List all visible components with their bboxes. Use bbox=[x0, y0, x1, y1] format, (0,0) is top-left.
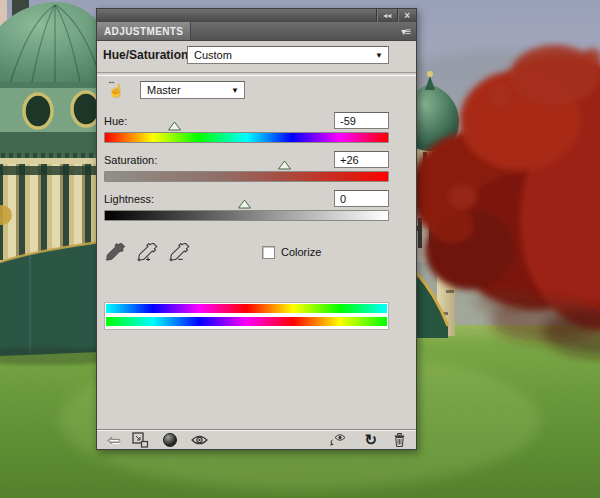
close-panel-button[interactable]: × bbox=[397, 9, 416, 22]
channel-value: Master bbox=[147, 84, 181, 96]
lightness-slider-handle[interactable] bbox=[238, 199, 251, 209]
lightness-slider-group: Lightness: bbox=[104, 189, 389, 229]
saturation-value-input[interactable] bbox=[334, 151, 389, 168]
panel-titlebar: ◂◂ × bbox=[97, 9, 416, 22]
lightness-gradient-bar[interactable] bbox=[104, 210, 389, 221]
saturation-slider-handle[interactable] bbox=[278, 160, 291, 170]
reset-button[interactable]: ↻ bbox=[364, 431, 377, 449]
trash-icon[interactable] bbox=[393, 431, 406, 449]
eyedropper-plus-icon[interactable]: + bbox=[136, 241, 160, 263]
lightness-label: Lightness: bbox=[104, 193, 154, 205]
saturation-slider-group: Saturation: bbox=[104, 150, 389, 190]
spectrum-after-bar bbox=[106, 317, 387, 326]
panel-content: Hue/Saturation Custom ▼ ↔ ☝ Master ▼ Hue… bbox=[97, 41, 416, 449]
clip-to-layer-button[interactable] bbox=[132, 431, 149, 449]
pointing-hand-icon: ☝ bbox=[108, 83, 124, 98]
colorize-checkbox[interactable] bbox=[262, 246, 275, 259]
view-previous-state-button[interactable] bbox=[328, 431, 348, 449]
adjustments-panel: ◂◂ × ADJUSTMENTS ▾≡ Hue/Saturation Custo… bbox=[96, 8, 417, 450]
hue-label: Hue: bbox=[104, 115, 127, 127]
colorize-label: Colorize bbox=[281, 246, 321, 258]
hue-slider-group: Hue: bbox=[104, 111, 389, 151]
chevron-down-icon: ▼ bbox=[375, 51, 383, 60]
eyedropper-minus-icon[interactable]: − bbox=[168, 241, 192, 263]
targeted-adjustment-tool-icon[interactable]: ↔ ☝ bbox=[104, 79, 130, 101]
hue-gradient-bar[interactable] bbox=[104, 132, 389, 143]
panel-bottom-toolbar: ⇦ ↻ bbox=[97, 429, 416, 450]
svg-text:+: + bbox=[146, 255, 151, 263]
saturation-gradient-bar[interactable] bbox=[104, 171, 389, 182]
spectrum-before-bar bbox=[106, 304, 387, 313]
menu-lines-icon: ≡ bbox=[405, 26, 410, 37]
hue-spectrum-display bbox=[104, 302, 389, 330]
divider bbox=[97, 72, 416, 76]
layer-visibility-toggle-button[interactable] bbox=[163, 433, 177, 447]
svg-text:−: − bbox=[178, 254, 183, 263]
eyedropper-icon[interactable] bbox=[104, 241, 128, 263]
channel-dropdown[interactable]: Master ▼ bbox=[140, 81, 245, 99]
panel-menu-icon[interactable]: ▾≡ bbox=[401, 22, 416, 40]
preset-value: Custom bbox=[194, 49, 232, 61]
lightness-value-input[interactable] bbox=[334, 190, 389, 207]
chevron-down-icon: ▼ bbox=[231, 86, 239, 95]
collapse-to-icons-button[interactable]: ◂◂ bbox=[376, 9, 397, 22]
preset-dropdown[interactable]: Custom ▼ bbox=[187, 46, 389, 64]
return-to-adjustment-list-button[interactable]: ⇦ bbox=[107, 431, 120, 449]
hue-value-input[interactable] bbox=[334, 112, 389, 129]
photoshop-workspace: ◂◂ × ADJUSTMENTS ▾≡ Hue/Saturation Custo… bbox=[0, 0, 600, 498]
hue-slider-handle[interactable] bbox=[168, 121, 181, 131]
saturation-label: Saturation: bbox=[104, 154, 157, 166]
panel-tab-row: ADJUSTMENTS ▾≡ bbox=[97, 22, 416, 41]
tab-adjustments[interactable]: ADJUSTMENTS bbox=[97, 22, 191, 40]
eye-icon[interactable] bbox=[191, 431, 208, 449]
adjustment-title: Hue/Saturation bbox=[103, 48, 187, 62]
